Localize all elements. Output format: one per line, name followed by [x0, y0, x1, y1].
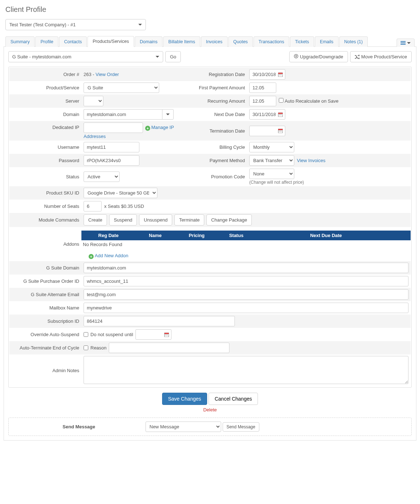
- dedicated-ip-input[interactable]: [84, 122, 143, 133]
- tab-contacts[interactable]: Contacts: [59, 36, 87, 47]
- admin-notes-label: Admin Notes: [9, 354, 81, 387]
- dedicated-ip-label: Dedicated IP: [9, 121, 81, 141]
- suspend-button[interactable]: Suspend: [109, 214, 137, 226]
- tab-profile[interactable]: Profile: [35, 36, 58, 47]
- seats-suffix: x Seats $0.35 USD: [104, 204, 144, 209]
- tab-emails[interactable]: Emails: [315, 36, 339, 47]
- termination-date-input[interactable]: [249, 126, 285, 136]
- client-selector-label: Test Tester (Test Company) - #1: [9, 22, 76, 27]
- go-button[interactable]: Go: [165, 51, 181, 62]
- move-product-button[interactable]: Move Product/Service: [350, 51, 412, 62]
- mailbox-name-input[interactable]: [84, 303, 408, 313]
- gsuite-altemail-input[interactable]: [84, 289, 408, 300]
- username-input[interactable]: [84, 142, 139, 152]
- promotion-note: (Change will not affect price): [249, 180, 408, 185]
- registration-date-input[interactable]: [249, 69, 285, 80]
- next-due-date-input[interactable]: [249, 109, 285, 120]
- manage-ip-addresses-text[interactable]: Addresses: [84, 134, 182, 139]
- module-commands-label: Module Commands: [9, 213, 81, 227]
- product-service-label: Product/Service: [9, 81, 81, 94]
- menu-icon: [401, 41, 406, 45]
- domain-dropdown-button[interactable]: [162, 109, 174, 120]
- upgrade-downgrade-button[interactable]: Upgrade/Downgrade: [289, 51, 348, 62]
- tab-notes[interactable]: Notes (1): [339, 36, 368, 47]
- add-new-addon-link[interactable]: +Add New Addon: [89, 253, 128, 258]
- product-service-select[interactable]: G Suite: [84, 82, 159, 93]
- seats-input[interactable]: [84, 201, 102, 211]
- subscription-id-input[interactable]: [84, 316, 235, 326]
- up-arrow-icon: [294, 54, 298, 59]
- cancel-changes-button[interactable]: Cancel Changes: [209, 393, 258, 405]
- gsuite-domain-label: G Suite Domain: [9, 261, 81, 275]
- autoterminate-label: Auto-Terminate End of Cycle: [9, 341, 81, 354]
- first-payment-input[interactable]: [249, 82, 276, 93]
- unsuspend-button[interactable]: Unsuspend: [139, 214, 172, 226]
- password-input[interactable]: [84, 155, 139, 166]
- product-sku-label: Product SKU ID: [9, 186, 81, 200]
- auto-recalculate-label: Auto Recalculate on Save: [285, 98, 339, 104]
- tab-billable-items[interactable]: Billable Items: [163, 36, 200, 47]
- override-autosuspend-label: Override Auto-Suspend: [9, 328, 81, 341]
- billing-cycle-label: Billing Cycle: [184, 141, 247, 154]
- recurring-amount-label: Recurring Amount: [184, 94, 247, 108]
- server-select[interactable]: [84, 96, 103, 106]
- gsuite-domain-input[interactable]: [84, 263, 408, 273]
- registration-date-label: Registration Date: [184, 68, 247, 81]
- send-message-box: Send Message New Message Send Message: [8, 418, 412, 436]
- tab-tickets[interactable]: Tickets: [290, 36, 314, 47]
- tab-products-services[interactable]: Products/Services: [88, 36, 134, 47]
- domain-input[interactable]: [84, 109, 162, 120]
- change-package-button[interactable]: Change Package: [206, 214, 252, 226]
- addons-table: Reg Date Name Pricing Status Next Due Da…: [81, 231, 411, 240]
- autoterminate-text: Reason: [90, 345, 107, 351]
- tab-summary[interactable]: Summary: [5, 36, 35, 47]
- send-message-select[interactable]: New Message: [146, 422, 221, 432]
- chevron-down-icon: [407, 42, 411, 44]
- product-dropdown[interactable]: G Suite - mytestdomain.com: [8, 51, 163, 62]
- termination-date-label: Termination Date: [184, 121, 247, 141]
- promotion-code-label: Promotion Code: [184, 167, 247, 186]
- override-autosuspend-checkbox[interactable]: [84, 332, 88, 337]
- addons-header-pricing: Pricing: [175, 231, 218, 240]
- admin-notes-textarea[interactable]: [84, 356, 408, 384]
- password-label: Password: [9, 154, 81, 167]
- auto-recalculate-checkbox[interactable]: [279, 98, 283, 103]
- tab-invoices[interactable]: Invoices: [201, 36, 228, 47]
- recurring-amount-input[interactable]: [249, 96, 276, 106]
- tab-domains[interactable]: Domains: [135, 36, 162, 47]
- order-value: 263 - View Order: [81, 68, 184, 81]
- send-message-button[interactable]: Send Message: [223, 422, 259, 432]
- save-changes-button[interactable]: Save Changes: [162, 393, 207, 405]
- billing-cycle-select[interactable]: Monthly: [249, 142, 294, 152]
- plus-icon: +: [145, 126, 150, 131]
- client-selector[interactable]: Test Tester (Test Company) - #1: [5, 19, 146, 30]
- manage-ip-link[interactable]: +Manage IP: [145, 125, 174, 131]
- addons-label: Addons: [9, 227, 81, 261]
- send-message-label: Send Message: [12, 424, 146, 429]
- delete-link[interactable]: Delete: [8, 407, 412, 412]
- autoterminate-reason-input[interactable]: [109, 343, 229, 353]
- shuffle-icon: [355, 55, 359, 59]
- promotion-code-select[interactable]: None: [249, 169, 294, 179]
- override-autosuspend-text: Do not suspend until: [90, 332, 133, 337]
- domain-label: Domain: [9, 108, 81, 121]
- status-select[interactable]: Active: [84, 171, 120, 182]
- autoterminate-checkbox[interactable]: [84, 345, 88, 350]
- mailbox-name-label: Mailbox Name: [9, 301, 81, 315]
- tab-transactions[interactable]: Transactions: [254, 36, 289, 47]
- payment-method-select[interactable]: Bank Transfer: [249, 155, 294, 166]
- server-label: Server: [9, 94, 81, 108]
- create-button[interactable]: Create: [84, 214, 107, 226]
- terminate-button[interactable]: Terminate: [174, 214, 204, 226]
- override-autosuspend-date[interactable]: [135, 329, 171, 340]
- tab-actions-menu[interactable]: [397, 39, 415, 47]
- gsuite-po-input[interactable]: [84, 276, 408, 286]
- addons-no-records: No Records Found: [81, 240, 411, 251]
- product-sku-select[interactable]: Google Drive - Storage 50 GB: [84, 188, 157, 198]
- subscription-id-label: Subscription ID: [9, 315, 81, 328]
- tab-quotes[interactable]: Quotes: [228, 36, 253, 47]
- tabs: Summary Profile Contacts Products/Servic…: [4, 36, 416, 47]
- view-order-link[interactable]: View Order: [95, 72, 119, 77]
- view-invoices-link[interactable]: View Invoices: [297, 158, 325, 163]
- plus-icon: +: [89, 254, 94, 259]
